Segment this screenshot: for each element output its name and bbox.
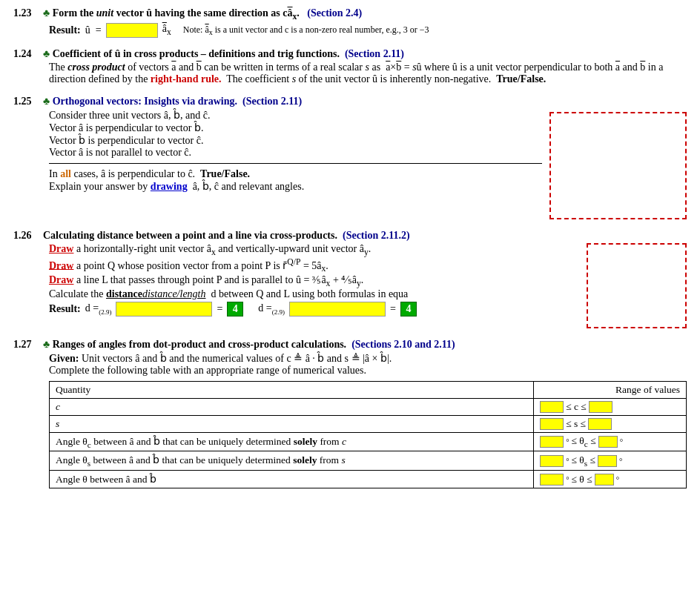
problem-num-1-24: 1.24	[13, 48, 40, 60]
p125-line1: Consider three unit vectors â, b̂, and ĉ…	[49, 109, 542, 122]
draw-label-3: Draw	[49, 274, 73, 285]
section-ref-1-26: (Section 2.11.2)	[343, 230, 410, 241]
p126-draw2: Draw a point Q whose position vector fro…	[49, 257, 579, 274]
table-row-c: c ≤ c ≤	[50, 398, 687, 415]
range-theta-c: ° ≤ θc ≤ °	[534, 432, 687, 451]
problem-1-26: 1.26 Calculating distance between a poin…	[13, 230, 687, 328]
problem-num-1-27: 1.27	[13, 339, 40, 351]
cross-product-label: cross product	[67, 62, 125, 73]
p126-layout: Draw a horizontally-right unit vector âx…	[13, 243, 687, 328]
spade-icon-1-27: ♣	[43, 339, 50, 350]
p125-line4: Vector â is not parallel to vector ĉ.	[49, 147, 542, 159]
p125-layout: Consider three unit vectors â, b̂, and ĉ…	[13, 109, 687, 219]
range-s-upper[interactable]	[588, 418, 612, 430]
answer-box-1-26a[interactable]	[116, 302, 212, 317]
range-ts-lower[interactable]	[540, 455, 564, 467]
draw-label-1: Draw	[49, 243, 73, 254]
draw-label-2: Draw	[49, 259, 73, 271]
range-ts-upper[interactable]	[598, 455, 617, 467]
result-label-1-23: Result:	[49, 24, 81, 36]
note-1-23: Note: âx is a unit vector and c is a non…	[183, 24, 429, 36]
range-theta: ° ≤ θ ≤ °	[534, 471, 687, 488]
body-text-1-24: The cross product of vectors a and b can…	[49, 62, 687, 85]
given-label: Given:	[49, 353, 79, 364]
spade-icon-1-24: ♣	[43, 48, 50, 59]
result-line-1-26: Result: d =(2.9) = 4 d =(2.9) = 4	[49, 302, 579, 317]
table-row-theta-c: Angle θc between â and b̂ that can be un…	[50, 432, 687, 451]
problem-title-1-26: Calculating distance between a point and…	[43, 230, 337, 241]
p126-draw3: Draw a line L that passes through point …	[49, 274, 579, 288]
drawing-label: drawing	[151, 181, 188, 192]
p126-draw1: Draw a horizontally-right unit vector âx…	[49, 243, 579, 257]
ax-vector: â	[288, 7, 293, 19]
range-s: ≤ s ≤	[534, 415, 687, 432]
problem-body-1-23: Result: û = âx Note: âx is a unit vector…	[49, 23, 687, 38]
range-table: Quantity Range of values c ≤ c ≤	[49, 381, 687, 488]
problem-1-24: 1.24 ♣ Coefficient of û in cross product…	[13, 48, 687, 85]
problem-title-1-23: ♣ Form the unit vector û having the same…	[43, 7, 362, 21]
spade-icon-1-23: ♣	[43, 7, 50, 19]
range-t-lower[interactable]	[540, 474, 564, 486]
p125-line6: Explain your answer by drawing â, b̂, ĉ …	[49, 180, 542, 193]
problem-body-1-27: Given: Unit vectors â and b̂ and the num…	[49, 352, 687, 488]
section-ref-1-27: (Sections 2.10 and 2.11)	[351, 339, 455, 350]
problem-body-1-26: Draw a horizontally-right unit vector âx…	[49, 243, 579, 328]
problem-title-1-24: Coefficient of û in cross products – def…	[53, 48, 340, 59]
problem-title-1-27: Ranges of angles from dot-product and cr…	[53, 339, 346, 350]
distance-bold: distance	[106, 288, 142, 299]
table-row-s: s ≤ s ≤	[50, 415, 687, 432]
p127-given: Given: Unit vectors â and b̂ and the num…	[49, 352, 687, 365]
section-ref-1-24: (Section 2.11)	[345, 48, 404, 59]
range-c-lower[interactable]	[540, 401, 564, 413]
problem-1-27: 1.27 ♣ Ranges of angles from dot-product…	[13, 339, 687, 488]
drawing-box-1-25	[549, 112, 687, 219]
p127-complete: Complete the following table with an app…	[49, 365, 687, 377]
qty-c: c	[50, 398, 534, 415]
true-false-1-25: True/False.	[200, 168, 250, 179]
problem-1-25: 1.25 ♣ Orthogonal vectors: Insights via …	[13, 96, 687, 219]
p125-line2: Vector â is perpendicular to vector b̂.	[49, 122, 542, 134]
p125-line5: In all cases, â is perpendicular to ĉ. T…	[49, 168, 542, 180]
green-answer-1-26b: 4	[400, 302, 417, 317]
result-line-1-23: Result: û = âx Note: âx is a unit vector…	[49, 23, 687, 38]
problem-title-1-25: Orthogonal vectors: Insights via drawing…	[53, 96, 237, 107]
range-tc-upper[interactable]	[598, 436, 618, 448]
result-label-1-26: Result:	[49, 303, 81, 315]
table-row-theta-s: Angle θs between â and b̂ that can be un…	[50, 451, 687, 471]
col-header-quantity: Quantity	[50, 381, 534, 398]
range-theta-s: ° ≤ θs ≤ °	[534, 451, 687, 471]
spade-icon-1-25: ♣	[43, 96, 50, 107]
all-label: all	[60, 168, 71, 179]
range-c-upper[interactable]	[589, 401, 612, 413]
qty-theta-s: Angle θs between â and b̂ that can be un…	[50, 451, 534, 471]
range-tc-lower[interactable]	[540, 436, 564, 448]
distance-italic: distance/length	[142, 288, 206, 299]
range-s-lower[interactable]	[540, 418, 564, 430]
qty-theta-c: Angle θc between â and b̂ that can be un…	[50, 432, 534, 451]
range-c: ≤ c ≤	[534, 398, 687, 415]
answer-box-1-23[interactable]	[106, 23, 158, 38]
green-answer-1-26a: 4	[227, 302, 243, 317]
section-ref-1-23: (Section 2.4)	[307, 7, 362, 19]
problem-body-1-24: The cross product of vectors a and b can…	[49, 62, 687, 85]
problem-body-1-25: Consider three unit vectors â, b̂, and ĉ…	[49, 109, 542, 219]
problem-1-23: 1.23 ♣ Form the unit vector û having the…	[13, 7, 687, 38]
range-t-upper[interactable]	[595, 474, 614, 486]
problem-num-1-26: 1.26	[13, 230, 40, 242]
table-row-theta: Angle θ between â and b̂ ° ≤ θ ≤ °	[50, 471, 687, 488]
right-hand-rule: right-hand rule.	[151, 73, 222, 85]
col-header-range: Range of values	[534, 381, 687, 398]
qty-s: s	[50, 415, 534, 432]
unit-label: unit	[96, 7, 113, 19]
p126-calc: Calculate the distancedistance/length d …	[49, 288, 579, 300]
drawing-box-1-26	[587, 243, 687, 328]
section-ref-1-25: (Section 2.11)	[242, 96, 302, 107]
p125-line3: Vector b̂ is perpendicular to vector ĉ.	[49, 134, 542, 147]
qty-theta: Angle θ between â and b̂	[50, 471, 534, 488]
divider-1-25	[49, 163, 542, 164]
true-false-1-24: True/False.	[496, 73, 546, 85]
problem-num-1-25: 1.25	[13, 96, 40, 107]
problem-num-1-23: 1.23	[13, 7, 40, 19]
answer-box-1-26b[interactable]	[289, 302, 386, 317]
